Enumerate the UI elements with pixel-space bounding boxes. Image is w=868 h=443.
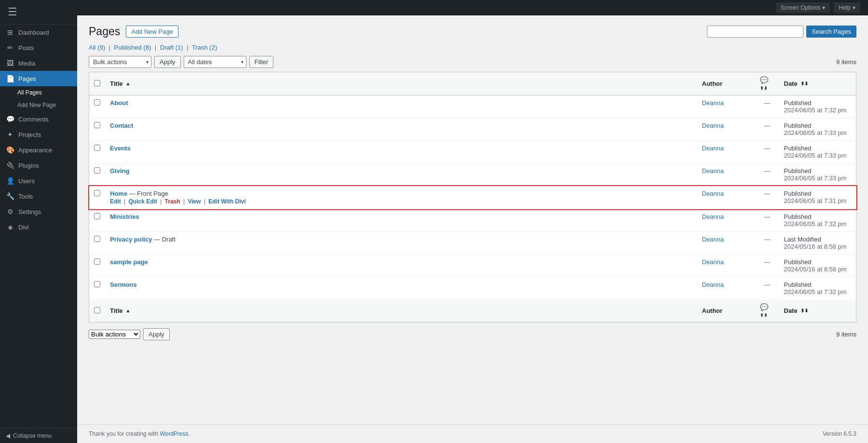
sidebar-item-plugins[interactable]: 🔌 Plugins	[0, 158, 77, 173]
sidebar-item-label: Comments	[18, 116, 49, 123]
page-title-link[interactable]: About	[110, 99, 128, 107]
page-title-link[interactable]: sample page	[110, 258, 148, 266]
sidebar-item-projects[interactable]: ✦ Projects	[0, 127, 77, 142]
sidebar-item-settings[interactable]: ⚙ Settings	[0, 204, 77, 219]
date-filter-select[interactable]: All dates	[184, 56, 246, 68]
filter-trash-link[interactable]: Trash (2)	[192, 44, 217, 51]
row-action-edit[interactable]: Edit	[110, 198, 121, 205]
page-title-link[interactable]: Ministries	[110, 213, 139, 220]
row-checkbox[interactable]	[94, 122, 100, 128]
screen-options-button[interactable]: Screen Options ▾	[776, 2, 830, 13]
page-title-link[interactable]: Contact	[110, 122, 133, 129]
sort-arrows-icon-footer: ⬆⬇	[800, 308, 808, 313]
author-link[interactable]: Deanna	[702, 167, 724, 175]
sidebar-sub-all-pages[interactable]: All Pages	[0, 86, 77, 99]
row-checkbox[interactable]	[94, 145, 100, 151]
title-sort-link[interactable]: Title ▲	[110, 80, 692, 87]
col-author-footer: Author	[697, 299, 755, 322]
author-link[interactable]: Deanna	[702, 99, 724, 107]
author-link[interactable]: Deanna	[702, 213, 724, 220]
sidebar-item-tools[interactable]: 🔧 Tools	[0, 188, 77, 204]
sidebar-item-dashboard[interactable]: ⊞ Dashboard	[0, 25, 77, 40]
row-checkbox-cell	[89, 209, 106, 232]
row-status: Published	[784, 281, 852, 288]
col-date-footer[interactable]: Date ⬆⬇	[779, 299, 856, 322]
sidebar-item-label: Posts	[18, 44, 34, 52]
sidebar-item-media[interactable]: 🖼 Media	[0, 55, 77, 71]
bulk-actions-select-bottom[interactable]: Bulk actions Edit Move to Trash	[89, 330, 140, 339]
comments-sort-arrows-footer: ⬆⬇	[760, 313, 768, 318]
date-sort-link[interactable]: Date ⬆⬇	[784, 80, 852, 87]
comments-footer-icon: 💬	[760, 303, 768, 311]
collapse-menu-button[interactable]: ◀ Collapse menu	[0, 428, 77, 443]
sidebar-item-divi[interactable]: ◈ Divi	[0, 219, 77, 235]
row-author-cell: Deanna	[697, 95, 755, 118]
sort-arrows-icon: ⬆⬇	[800, 81, 808, 86]
author-link[interactable]: Deanna	[702, 122, 724, 129]
row-checkbox[interactable]	[94, 258, 100, 265]
col-title-footer[interactable]: Title ▲	[105, 299, 697, 322]
table-row: GivingEdit | Quick Edit | Trash | ViewDe…	[89, 163, 856, 186]
filter-all-link[interactable]: All (9)	[89, 44, 107, 51]
date-sort-link-footer[interactable]: Date ⬆⬇	[784, 307, 852, 314]
sidebar-item-label: Divi	[18, 224, 29, 231]
select-all-footer[interactable]	[89, 299, 106, 322]
add-new-page-button[interactable]: Add New Page	[126, 26, 178, 38]
row-status: Published	[784, 122, 852, 129]
apply-button-bottom[interactable]: Apply	[143, 328, 170, 340]
select-all-footer-checkbox[interactable]	[94, 307, 100, 313]
row-action-edit-with-divi[interactable]: Edit With Divi	[208, 198, 245, 205]
row-checkbox[interactable]	[94, 190, 100, 196]
author-link[interactable]: Deanna	[702, 190, 724, 197]
row-checkbox-cell	[89, 118, 106, 141]
row-checkbox[interactable]	[94, 236, 100, 242]
bulk-actions-select[interactable]: Bulk actions Edit Move to Trash	[89, 56, 151, 68]
col-date-header[interactable]: Date ⬆⬇	[779, 72, 856, 95]
table-row: SermonsEdit | Quick Edit | Trash | ViewD…	[89, 277, 856, 300]
wordpress-link[interactable]: WordPress	[160, 430, 188, 437]
sidebar-item-pages[interactable]: 📄 Pages	[0, 71, 77, 86]
sidebar-item-users[interactable]: 👤 Users	[0, 173, 77, 188]
col-comments-header[interactable]: 💬 ⬆⬇	[755, 72, 779, 95]
author-link[interactable]: Deanna	[702, 145, 724, 152]
author-link[interactable]: Deanna	[702, 236, 724, 243]
col-comments-footer[interactable]: 💬 ⬆⬇	[755, 299, 779, 322]
page-title-link[interactable]: Giving	[110, 167, 129, 175]
filter-button[interactable]: Filter	[249, 56, 274, 68]
row-action-trash[interactable]: Trash	[165, 198, 180, 205]
apply-button-top[interactable]: Apply	[154, 56, 181, 68]
bottom-toolbar: Bulk actions Edit Move to Trash ▾ Apply …	[89, 328, 856, 340]
filter-draft-link[interactable]: Draft (1)	[160, 44, 185, 51]
row-checkbox[interactable]	[94, 99, 100, 106]
search-pages-button[interactable]: Search Pages	[806, 26, 856, 38]
author-link[interactable]: Deanna	[702, 258, 724, 266]
sidebar-sub-add-new-page[interactable]: Add New Page	[0, 99, 77, 111]
page-title-link[interactable]: Home	[110, 190, 127, 197]
select-all-checkbox[interactable]	[94, 80, 100, 86]
appearance-icon: 🎨	[6, 146, 14, 154]
row-comments-cell: —	[755, 232, 779, 255]
row-checkbox[interactable]	[94, 213, 100, 219]
sidebar-item-comments[interactable]: 💬 Comments	[0, 111, 77, 127]
page-title-link[interactable]: Sermons	[110, 281, 137, 288]
row-checkbox[interactable]	[94, 281, 100, 287]
filter-published-link[interactable]: Published (8)	[114, 44, 153, 51]
row-checkbox[interactable]	[94, 167, 100, 174]
row-title-cell: SermonsEdit | Quick Edit | Trash | View	[105, 277, 697, 300]
comments-header-icon: 💬	[760, 76, 768, 84]
author-link[interactable]: Deanna	[702, 281, 724, 288]
page-title-link[interactable]: Events	[110, 145, 131, 152]
row-action-view[interactable]: View	[188, 198, 201, 205]
row-title-cell: Home — Front PageEdit | Quick Edit | Tra…	[105, 186, 697, 209]
title-sort-link-footer[interactable]: Title ▲	[110, 307, 692, 314]
row-date-cell: Published2024/06/05 at 7:31 pm	[779, 186, 856, 209]
search-input[interactable]	[707, 26, 803, 38]
sidebar-item-appearance[interactable]: 🎨 Appearance	[0, 142, 77, 158]
page-title-link[interactable]: Privacy policy	[110, 236, 152, 243]
help-button[interactable]: Help ▾	[834, 2, 860, 13]
col-title-header[interactable]: Title ▲	[105, 72, 697, 95]
row-action-quick-edit[interactable]: Quick Edit	[128, 198, 157, 205]
select-all-header[interactable]	[89, 72, 106, 95]
sidebar-item-posts[interactable]: ✏ Posts	[0, 40, 77, 55]
sidebar-item-label: Plugins	[18, 162, 39, 169]
